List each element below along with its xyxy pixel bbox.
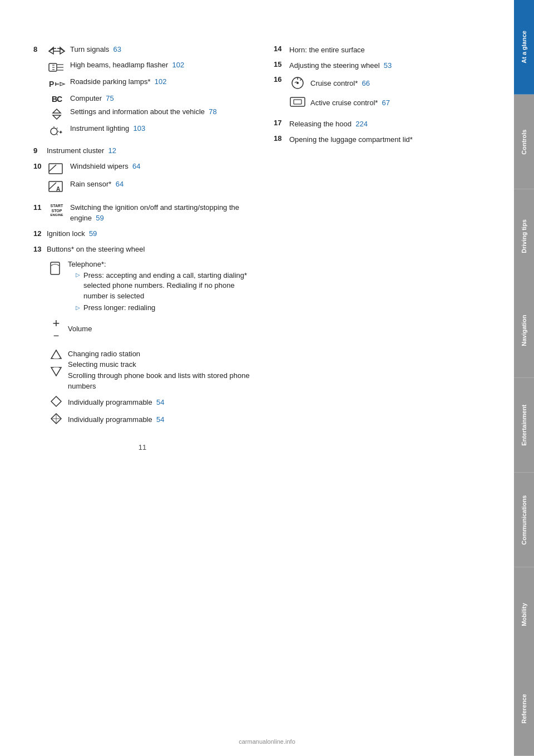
item17-text: Releasing the hood 224 — [289, 119, 492, 130]
item13-label: Buttons* on the steering wheel — [47, 244, 251, 254]
num-12: 12 — [33, 229, 43, 238]
telephone-row: Telephone*: ▷ Press: accepting and endin… — [49, 260, 251, 314]
scroll-up-icon — [50, 348, 63, 362]
sidebar-tab-reference[interactable]: Reference — [514, 661, 534, 756]
press-text: Press: accepting and ending a call, star… — [83, 271, 251, 301]
sidebar-tab-controls[interactable]: Controls — [514, 95, 534, 189]
turn-signals-row: Turn signals 63 — [47, 45, 251, 57]
diamond2-icon-cell — [49, 413, 63, 426]
sidebar-tab-navigation[interactable]: Navigation — [514, 283, 534, 378]
high-beams-text: High beams, headlamp flasher 102 — [70, 60, 251, 70]
right-column: 14 Horn: the entire surface 15 Adjusting… — [274, 45, 492, 734]
sidebar-tab-entertainment[interactable]: Entertainment — [514, 378, 534, 473]
section-15: 15 Adjusting the steering wheel 53 — [274, 60, 492, 71]
num-16: 16 — [274, 75, 286, 84]
bullet-triangle-2: ▷ — [76, 303, 80, 312]
svg-rect-41 — [290, 97, 305, 106]
svg-line-22 — [57, 134, 57, 135]
high-beams-icon — [48, 61, 66, 73]
scroll-down-icon — [50, 364, 63, 377]
section-12: 12 Ignition lock 59 — [33, 229, 251, 239]
telephone-text: Telephone*: ▷ Press: accepting and endin… — [68, 260, 251, 314]
num-13: 13 — [33, 244, 43, 253]
main-content: 8 — [0, 0, 514, 756]
page-number: 11 — [33, 443, 251, 451]
num-14: 14 — [274, 45, 286, 53]
phone-icon — [49, 261, 61, 276]
computer-row: BC Computer 75 — [47, 94, 251, 104]
turn-signals-text: Turn signals 63 — [70, 45, 251, 55]
section-13: 13 Buttons* on the steering wheel — [33, 244, 251, 426]
cruise-control-row: Cruise control* 66 — [289, 75, 492, 91]
start-stop-icon-cell: START STOP ENGINE — [47, 203, 67, 217]
diamond1-icon-cell — [49, 395, 63, 409]
telephone-section: Telephone*: ▷ Press: accepting and endin… — [33, 260, 251, 314]
num-8: 8 — [33, 45, 43, 53]
scroll-label-3: Scrolling through phone book and lists w… — [68, 370, 251, 392]
num-17: 17 — [274, 119, 286, 127]
parking-lamps-text: Roadside parking lamps* 102 — [70, 77, 251, 87]
svg-text:P: P — [49, 80, 54, 89]
item14-text: Horn: the entire surface — [289, 45, 492, 56]
parking-lamps-icon: P — [48, 78, 66, 90]
section-8-header: 8 — [33, 45, 251, 140]
diamond1-icon — [50, 395, 62, 408]
cruise-control-icon-cell — [289, 75, 306, 91]
turn-signals-icon — [48, 46, 66, 57]
press-longer-text: Press longer: redialing — [83, 303, 155, 312]
windshield-wipers-text: Windshield wipers 64 — [70, 161, 251, 171]
press-row: ▷ Press: accepting and ending a call, st… — [76, 271, 251, 301]
svg-marker-15 — [60, 82, 65, 86]
item12-text: Ignition lock 59 — [47, 229, 251, 239]
volume-row: + − Volume — [33, 317, 251, 341]
computer-text: Computer 75 — [70, 94, 251, 104]
scroll-icons-cell — [49, 348, 63, 377]
active-cruise-icon — [289, 95, 306, 109]
page-container: 8 — [0, 0, 534, 756]
sidebar-tab-at-a-glance[interactable]: At a glance — [514, 0, 534, 95]
settings-row: Settings and information about the vehic… — [47, 107, 251, 120]
bc-icon: BC — [52, 95, 62, 104]
high-beams-row: High beams, headlamp flasher 102 — [47, 60, 251, 73]
star-diamond-icon — [50, 413, 62, 425]
rain-sensor-icon: A — [48, 180, 65, 194]
prog2-row: Individually programmable 54 — [33, 413, 251, 426]
rain-sensor-row: A Rain sensor* 64 — [47, 179, 251, 194]
svg-marker-33 — [51, 396, 61, 406]
settings-text: Settings and information about the vehic… — [70, 107, 251, 117]
svg-marker-17 — [53, 115, 61, 119]
rain-sensor-text: Rain sensor* 64 — [70, 179, 251, 189]
sidebar-tab-driving-tips[interactable]: Driving tips — [514, 189, 534, 284]
cruise-control-icon — [289, 75, 306, 90]
svg-marker-32 — [53, 367, 59, 372]
computer-icon-cell: BC — [47, 94, 67, 104]
minus-icon: − — [49, 331, 63, 341]
num-10: 10 — [33, 161, 43, 170]
watermark: carmanualonline.info — [239, 738, 295, 745]
phone-icon-cell — [49, 260, 63, 277]
active-cruise-text: Active cruise control* 67 — [310, 99, 390, 107]
svg-point-18 — [51, 128, 57, 135]
instrument-lighting-icon: ✦ — [48, 125, 65, 137]
svg-marker-30 — [53, 354, 59, 359]
svg-line-39 — [300, 79, 302, 81]
section-10-header: 10 Windshield wipers 64 — [33, 161, 251, 197]
svg-line-20 — [57, 128, 57, 129]
svg-line-27 — [49, 183, 56, 189]
instrument-lighting-row: ✦ Instrument lighting 103 — [47, 124, 251, 137]
instrument-lighting-icon-cell: ✦ — [47, 124, 67, 137]
rain-sensor-icon-cell: A — [47, 179, 67, 194]
num-15: 15 — [274, 60, 286, 68]
cruise-control-text: Cruise control* 66 — [310, 79, 370, 87]
scroll-label-1: Changing radio station — [68, 348, 251, 360]
svg-text:✦: ✦ — [58, 129, 63, 135]
sidebar-tab-communications[interactable]: Communications — [514, 473, 534, 567]
windshield-wipers-icon-cell — [47, 161, 67, 176]
sidebar-tab-mobility[interactable]: Mobility — [514, 567, 534, 662]
num-11: 11 — [33, 203, 43, 212]
active-cruise-icon-cell — [289, 95, 306, 111]
settings-icon-cell — [47, 107, 67, 120]
scroll-labels: Changing radio station Selecting music t… — [68, 348, 251, 392]
section-8: 8 — [33, 45, 251, 140]
telephone-bullets: ▷ Press: accepting and ending a call, st… — [68, 271, 251, 312]
